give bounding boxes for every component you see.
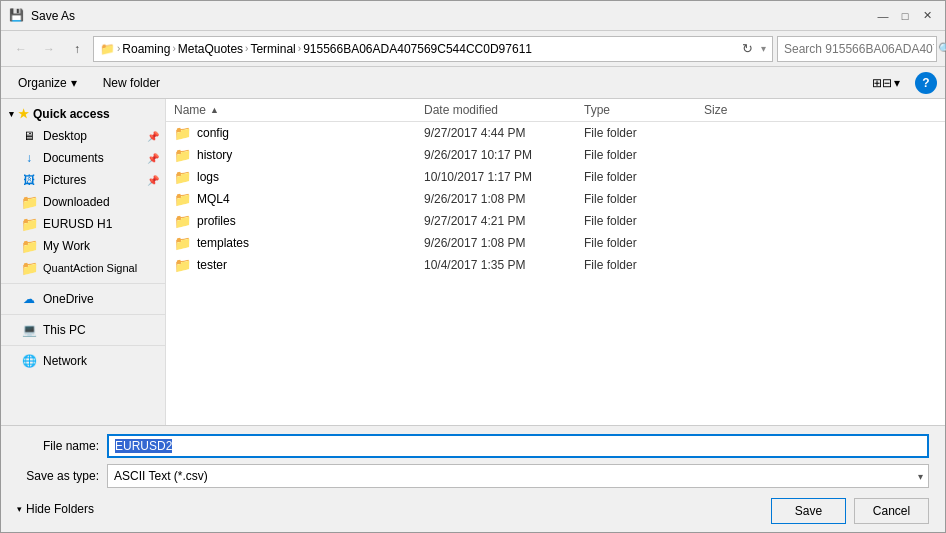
save-as-dialog: 💾 Save As — □ ✕ ← → ↑ 📁 › Roaming › Meta… [0,0,946,533]
saveastype-value: ASCII Text (*.csv) [114,469,208,483]
breadcrumb-terminal[interactable]: Terminal [250,42,295,56]
column-date-modified[interactable]: Date modified [424,103,584,117]
search-box[interactable]: 🔍 [777,36,937,62]
network-icon: 🌐 [21,353,37,369]
folder-icon: 📁 [174,147,191,163]
sidebar-item-pictures[interactable]: 🖼 Pictures 📌 [1,169,165,191]
sidebar-network-label: Network [43,354,87,368]
window-icon: 💾 [9,8,25,24]
new-folder-button[interactable]: New folder [94,73,169,93]
sort-arrow-icon: ▲ [210,105,219,115]
save-button[interactable]: Save [771,498,846,524]
sidebar-thispc-label: This PC [43,323,86,337]
folder-icon: 📁 [174,191,191,207]
forward-button[interactable]: → [37,37,61,61]
sidebar-quantaction-label: QuantAction Signal [43,262,137,274]
file-list-header: Name ▲ Date modified Type Size [166,99,945,122]
sidebar-mywork-label: My Work [43,239,90,253]
pin-icon-pictures: 📌 [147,175,159,186]
file-list: Name ▲ Date modified Type Size 📁 config [166,99,945,425]
sidebar-divider-3 [1,345,165,346]
view-button[interactable]: ⊞⊟ ▾ [865,73,907,93]
sidebar-item-onedrive[interactable]: ☁ OneDrive [1,288,165,310]
refresh-button[interactable]: ↻ [737,39,757,59]
quick-access-header[interactable]: ▾ ★ Quick access [1,103,165,125]
breadcrumb-metaquotes[interactable]: MetaQuotes [178,42,243,56]
file-row[interactable]: 📁 tester 10/4/2017 1:35 PM File folder [166,254,945,276]
window-controls: — □ ✕ [873,6,937,26]
thispc-icon: 💻 [21,322,37,338]
title-bar: 💾 Save As — □ ✕ [1,1,945,31]
hide-folders-label: Hide Folders [26,502,94,516]
sidebar-item-thispc[interactable]: 💻 This PC [1,319,165,341]
saveastype-label: Save as type: [17,469,107,483]
organize-button[interactable]: Organize ▾ [9,73,86,93]
documents-icon: ↓ [21,150,37,166]
sidebar-eurusd-label: EURUSD H1 [43,217,112,231]
folder-downloaded-icon: 📁 [21,194,37,210]
pin-icon-documents: 📌 [147,153,159,164]
sidebar-item-eurusd[interactable]: 📁 EURUSD H1 [1,213,165,235]
help-button[interactable]: ? [915,72,937,94]
onedrive-icon: ☁ [21,291,37,307]
maximize-button[interactable]: □ [895,6,915,26]
quick-access-label: Quick access [33,107,110,121]
command-toolbar: Organize ▾ New folder ⊞⊟ ▾ ? [1,67,945,99]
folder-eurusd-icon: 📁 [21,216,37,232]
desktop-icon: 🖥 [21,128,37,144]
organize-arrow-icon: ▾ [71,76,77,90]
bottom-panel: File name: Save as type: ASCII Text (*.c… [1,425,945,532]
folder-icon: 📁 [174,235,191,251]
breadcrumb-roaming[interactable]: Roaming [122,42,170,56]
organize-label: Organize [18,76,67,90]
save-label: Save [795,504,822,518]
sidebar-item-mywork[interactable]: 📁 My Work [1,235,165,257]
breadcrumb-folder-icon: 📁 [100,42,115,56]
file-row[interactable]: 📁 config 9/27/2017 4:44 PM File folder [166,122,945,144]
sidebar-item-desktop[interactable]: 🖥 Desktop 📌 [1,125,165,147]
column-size[interactable]: Size [704,103,784,117]
breadcrumb: 📁 › Roaming › MetaQuotes › Terminal › 91… [100,42,733,56]
column-name[interactable]: Name ▲ [174,103,424,117]
file-row[interactable]: 📁 MQL4 9/26/2017 1:08 PM File folder [166,188,945,210]
quick-access-chevron-icon: ▾ [9,109,14,119]
sidebar-divider-1 [1,283,165,284]
hide-folders-toggle[interactable]: ▾ Hide Folders [17,502,94,516]
sidebar: ▾ ★ Quick access 🖥 Desktop 📌 ↓ Documents… [1,99,166,425]
folder-icon: 📁 [174,169,191,185]
pictures-icon: 🖼 [21,172,37,188]
sidebar-item-documents[interactable]: ↓ Documents 📌 [1,147,165,169]
chevron-hide-icon: ▾ [17,504,22,514]
sidebar-item-network[interactable]: 🌐 Network [1,350,165,372]
sidebar-desktop-label: Desktop [43,129,87,143]
filename-input[interactable] [107,434,929,458]
view-icon: ⊞⊟ [872,76,892,90]
file-row[interactable]: 📁 profiles 9/27/2017 4:21 PM File folder [166,210,945,232]
action-buttons: Save Cancel [771,498,929,524]
sidebar-divider-2 [1,314,165,315]
sidebar-downloaded-label: Downloaded [43,195,110,209]
sidebar-pictures-label: Pictures [43,173,86,187]
filename-row: File name: [17,434,929,458]
close-button[interactable]: ✕ [917,6,937,26]
bottom-action-bar: ▾ Hide Folders Save Cancel [17,494,929,524]
sidebar-item-downloaded[interactable]: 📁 Downloaded [1,191,165,213]
column-type[interactable]: Type [584,103,704,117]
search-input[interactable] [784,42,934,56]
main-content: ▾ ★ Quick access 🖥 Desktop 📌 ↓ Documents… [1,99,945,425]
breadcrumb-guid[interactable]: 915566BA06ADA407569C544CC0D97611 [303,42,532,56]
up-button[interactable]: ↑ [65,37,89,61]
cancel-button[interactable]: Cancel [854,498,929,524]
address-bar[interactable]: 📁 › Roaming › MetaQuotes › Terminal › 91… [93,36,773,62]
file-row[interactable]: 📁 history 9/26/2017 10:17 PM File folder [166,144,945,166]
sidebar-documents-label: Documents [43,151,104,165]
folder-icon: 📁 [174,257,191,273]
back-button[interactable]: ← [9,37,33,61]
search-icon: 🔍 [938,42,946,56]
sidebar-item-quantaction[interactable]: 📁 QuantAction Signal [1,257,165,279]
saveastype-wrapper: ASCII Text (*.csv) ▾ [107,464,929,488]
saveastype-select[interactable]: ASCII Text (*.csv) [107,464,929,488]
file-row[interactable]: 📁 logs 10/10/2017 1:17 PM File folder [166,166,945,188]
minimize-button[interactable]: — [873,6,893,26]
file-row[interactable]: 📁 templates 9/26/2017 1:08 PM File folde… [166,232,945,254]
